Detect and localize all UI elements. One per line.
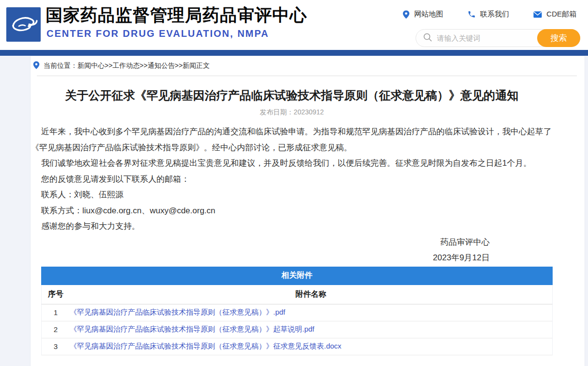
contact-us-label: 联系我们 [480,10,509,19]
cde-logo [6,7,41,42]
phone-icon [467,10,476,18]
table-row: 2 《罕见病基因治疗产品临床试验技术指导原则（征求意见稿）》起草说明.pdf [41,321,553,338]
attachment-link-feedback-form-docx[interactable]: 《罕见病基因治疗产品临床试验技术指导原则（征求意见稿）》征求意见反馈表.docx [70,342,341,350]
cde-mailbox-label: CDE邮箱 [546,10,576,19]
breadcrumb-item-notices[interactable]: 通知公告 [148,62,175,69]
article: 关于公开征求《罕见病基因治疗产品临床试验技术指导原则（征求意见稿）》意见的通知 … [31,88,585,266]
signature-block: 药品审评中心 2023年9月12日 [31,235,553,266]
column-header-seq: 序号 [42,289,70,300]
attachments-column-headers: 序号 附件名称 [41,285,553,304]
attachment-link-pdf[interactable]: 《罕见病基因治疗产品临床试验技术指导原则（征求意见稿）》.pdf [70,308,285,316]
signature-date: 2023年9月12日 [31,250,490,266]
contact-person-line: 联系人：刘晓、伍熙源 [31,187,553,203]
breadcrumb-separator: >> [105,62,112,69]
paragraph: 您的反馈意见请发到以下联系人的邮箱： [31,172,553,188]
sitemap-label: 网站地图 [414,10,443,19]
site-title-chinese: 国家药品监督管理局药品审评中心 [46,4,307,27]
paragraph: 感谢您的参与和大力支持。 [31,219,553,235]
search-icon [423,33,432,44]
attachment-link-drafting-notes-pdf[interactable]: 《罕见病基因治疗产品临床试验技术指导原则（征求意见稿）》起草说明.pdf [70,325,314,333]
breadcrumb-prefix: 当前位置： [44,62,77,69]
column-header-name: 附件名称 [70,289,552,300]
site-header: 国家药品监督管理局药品审评中心 CENTER FOR DRUG EVALUATI… [0,0,588,50]
sitemap-link[interactable]: 网站地图 [402,10,443,19]
breadcrumb-divider [37,76,577,76]
attachment-seq: 3 [42,342,70,350]
table-row: 3 《罕见病基因治疗产品临床试验技术指导原则（征求意见稿）》征求意见反馈表.do… [41,338,553,355]
contact-email-line: 联系方式：liux@cde.org.cn、wuxy@cde.org.cn [31,203,553,219]
breadcrumb-text: 当前位置：新闻中心>>工作动态>>通知公告>>新闻正文 [44,62,210,70]
paragraph: 近年来，我中心收到多个罕见病基因治疗产品的沟通交流和临床试验申请。为指导和规范罕… [31,124,553,156]
cde-mailbox-link[interactable]: CDE邮箱 [533,10,576,19]
attachments-panel-title: 相关附件 [41,267,553,285]
signature-org: 药品审评中心 [31,235,490,251]
attachments-table: 相关附件 序号 附件名称 1 《罕见病基因治疗产品临床试验技术指导原则（征求意见… [41,267,553,355]
location-pin-icon [402,10,410,19]
search-bar: 搜索 [416,29,580,47]
publish-date: 发布日期：20230912 [31,108,553,117]
search-button[interactable]: 搜索 [537,29,580,47]
header-quick-links: 网站地图 联系我们 CDE邮箱 [402,10,576,19]
breadcrumb: 当前位置：新闻中心>>工作动态>>通知公告>>新闻正文 [31,56,585,76]
envelope-icon [533,11,542,18]
breadcrumb-separator: >> [175,62,183,69]
nav-strip [0,50,588,56]
site-title-english: CENTER FOR DRUG EVALUATION, NMPA [46,28,269,39]
article-title: 关于公开征求《罕见病基因治疗产品临床试验技术指导原则（征求意见稿）》意见的通知 [31,88,553,103]
contact-us-link[interactable]: 联系我们 [467,10,509,19]
article-body: 近年来，我中心收到多个罕见病基因治疗产品的沟通交流和临床试验申请。为指导和规范罕… [31,124,553,235]
breadcrumb-item-article[interactable]: 新闻正文 [183,62,210,69]
breadcrumb-item-news-center[interactable]: 新闻中心 [77,62,105,69]
attachment-seq: 2 [42,325,70,334]
breadcrumb-item-work-trends[interactable]: 工作动态 [112,62,139,69]
breadcrumb-pin-icon [33,61,40,71]
table-row: 1 《罕见病基因治疗产品临床试验技术指导原则（征求意见稿）》.pdf [41,304,553,321]
attachment-seq: 1 [42,308,70,317]
breadcrumb-separator: >> [139,62,147,69]
paragraph: 我们诚挚地欢迎社会各界对征求意见稿提出宝贵意见和建议，并及时反馈给我们，以便后续… [31,156,553,172]
content-card: 当前位置：新闻中心>>工作动态>>通知公告>>新闻正文 关于公开征求《罕见病基因… [30,56,585,366]
search-input[interactable] [432,34,537,42]
